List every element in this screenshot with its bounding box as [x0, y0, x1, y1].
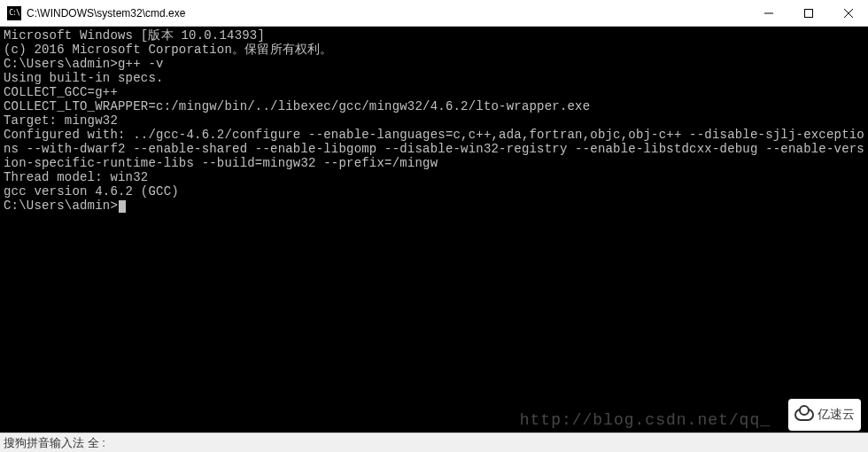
- maximize-button[interactable]: [788, 0, 828, 26]
- terminal-line: Target: mingw32: [4, 113, 864, 128]
- terminal-output[interactable]: Microsoft Windows [版本 10.0.14393](c) 201…: [0, 27, 868, 421]
- terminal-prompt: C:\Users\admin>: [4, 199, 118, 213]
- logo-badge: 亿速云: [788, 399, 861, 431]
- logo-text: 亿速云: [818, 407, 855, 423]
- terminal-line: (c) 2016 Microsoft Corporation。保留所有权利。: [4, 43, 864, 57]
- terminal-line: C:\Users\admin>g++ -v: [4, 57, 864, 71]
- terminal-line: Using built-in specs.: [4, 71, 864, 85]
- svg-rect-1: [804, 9, 812, 17]
- cloud-icon: [794, 409, 814, 421]
- close-button[interactable]: [828, 0, 868, 26]
- terminal-line: COLLECT_GCC=g++: [4, 85, 864, 99]
- ime-status-bar: 搜狗拼音输入法 全 :: [0, 433, 868, 452]
- terminal-prompt-line[interactable]: C:\Users\admin>: [4, 199, 864, 213]
- terminal-line: Microsoft Windows [版本 10.0.14393]: [4, 28, 864, 43]
- terminal-line: Thread model: win32: [4, 170, 864, 184]
- ime-text: 搜狗拼音输入法 全 :: [4, 436, 105, 449]
- window-controls: [748, 0, 868, 26]
- minimize-button[interactable]: [748, 0, 788, 26]
- window-titlebar: C:\ C:\WINDOWS\system32\cmd.exe: [0, 0, 868, 27]
- window-title: C:\WINDOWS\system32\cmd.exe: [27, 7, 748, 19]
- cursor: [119, 200, 126, 213]
- terminal-line: Configured with: ../gcc-4.6.2/configure …: [4, 128, 864, 170]
- cmd-icon: C:\: [7, 6, 21, 20]
- terminal-line: gcc version 4.6.2 (GCC): [4, 184, 864, 199]
- terminal-line: COLLECT_LTO_WRAPPER=c:/mingw/bin/../libe…: [4, 99, 864, 113]
